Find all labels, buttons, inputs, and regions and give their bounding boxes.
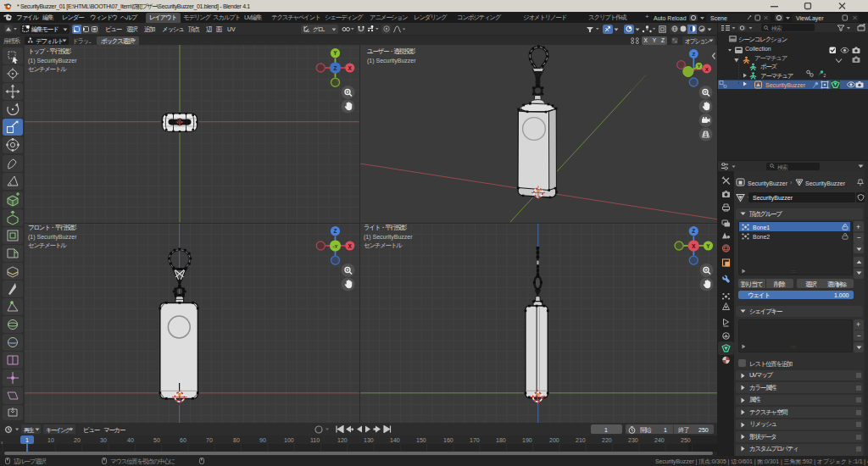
- svg-text:Z: Z: [334, 228, 337, 234]
- svg-text:X: X: [348, 243, 353, 249]
- svg-text:2: 2: [824, 73, 826, 78]
- svg-text:X: X: [692, 243, 696, 249]
- svg-text:Z: Z: [333, 65, 337, 71]
- svg-text:Z: Z: [692, 228, 695, 234]
- svg-text:Y: Y: [698, 64, 701, 69]
- svg-text:SecurityBuzzer: SecurityBuzzer: [765, 82, 806, 89]
- svg-text:Y: Y: [333, 50, 337, 56]
- svg-text:-Y: -Y: [333, 244, 338, 249]
- svg-text:Z: Z: [692, 51, 695, 57]
- svg-text:Y: Y: [706, 243, 710, 249]
- svg-text:X: X: [348, 65, 353, 71]
